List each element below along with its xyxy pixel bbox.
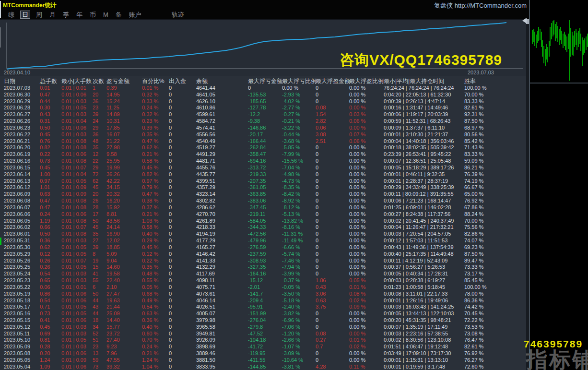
table-cell: 0.08 % (349, 291, 365, 298)
table-cell: 29 (93, 125, 98, 131)
table-cell: -6.96 % (282, 317, 300, 324)
table-row[interactable]: 2023.06.160.730.01 | 0.082225.950.58 %04… (0, 158, 526, 165)
table-cell: 36 (93, 98, 98, 105)
table-row[interactable]: 2023.05.080.200.01 | 0.06137.960.21 %038… (0, 350, 526, 357)
tab-bei[interactable]: 备 (114, 11, 123, 18)
table-row[interactable]: 2023.05.230.650.01 | 0.035522.400.55 %04… (0, 277, 526, 284)
table-cell: -141.7 (248, 291, 263, 298)
table-row[interactable]: 2023.06.200.820.01 | 0.083527.980.62 %04… (0, 144, 526, 151)
table-cell: 0.01 | 0.05 (61, 105, 86, 111)
table-cell: -5.74 % (282, 251, 300, 258)
chart-watermark: 咨询VX/QQ1746395789 (340, 50, 502, 70)
table-cell: 42.22 (106, 178, 120, 185)
table-row[interactable]: 2023.05.310.360.01 | 0.032712.020.29 %04… (0, 238, 526, 244)
table-row[interactable]: 2023.05.100.810.01 | 0.055127.400.70 %03… (0, 337, 526, 344)
table-row[interactable]: 2023.06.280.300.01 | 0.052311.250.24 %04… (0, 105, 526, 111)
window-edge-highlight (0, 1, 1, 18)
table-cell: 2023.05.12 (4, 324, 30, 331)
table-cell: 85.45 % (464, 277, 483, 284)
table-cell: -7.04 % (282, 165, 300, 171)
table-cell: 2023.05.22 (4, 284, 30, 291)
splitter-collapse-arrow[interactable] (522, 18, 527, 24)
table-cell: 0.01 | 0.09 (61, 191, 86, 198)
table-row[interactable]: 2023.06.090.630.01 | 0.092020.320.47 %04… (0, 191, 526, 198)
tab-ri[interactable]: 日 (20, 11, 30, 19)
tab-zong[interactable]: 综 (7, 11, 16, 18)
table-row[interactable]: 2023.06.300.470.01 | 0.062014.950.32 %04… (0, 92, 526, 98)
tab-bi[interactable]: 币 (88, 11, 97, 18)
table-row[interactable]: 2023.05.260.260.01 | 0.07199.040.22 %041… (0, 258, 526, 264)
table-row[interactable]: 2023.05.090.280.01 | 0.03239.230.24 %038… (0, 344, 526, 350)
table-cell: 35 (93, 144, 98, 151)
table-cell: -7.46 % (282, 258, 300, 264)
table-cell: -3.50 % (282, 291, 300, 298)
table-cell: 0.00 % (349, 204, 365, 211)
tab-yue[interactable]: 月 (48, 11, 57, 18)
table-cell: -15.56 % (282, 158, 303, 165)
table-cell: 0 (316, 258, 318, 264)
tab-m[interactable]: M (102, 11, 110, 18)
table-cell: 4218.33 (196, 224, 215, 231)
table-row[interactable]: 2023.05.160.730.01 | 0.054425.090.63 %04… (0, 310, 526, 317)
table-cell: 0.01 | 0.06 (61, 211, 86, 218)
tab-ji[interactable]: 季 (61, 11, 71, 18)
table-row[interactable]: 2023.06.051.190.01 | 0.085043.561.03 %04… (0, 218, 526, 225)
table-row[interactable]: 2023.06.150.450.01 | 0.072919.990.45 %04… (0, 165, 526, 171)
site-link[interactable]: 复盘侠 http://MTCommander.com (434, 1, 527, 10)
table-row[interactable]: 2023.05.190.860.01 | 0.065027.470.68 %04… (0, 291, 526, 298)
table-cell: 0.41 (40, 317, 50, 324)
table-row[interactable]: 2023.06.060.240.01 | 0.06178.810.21 %042… (0, 211, 526, 218)
table-row[interactable]: 2023.06.290.440.01 | 0.033615.240.33 %04… (0, 98, 526, 105)
table-row[interactable]: 2023.06.220.450.01 | 0.033616.070.35 %04… (0, 131, 526, 138)
table-row[interactable]: 2023.06.190.220.01 | 0.06129.580.21 %044… (0, 151, 526, 158)
table-row[interactable]: 2023.06.070.470.01 | 0.082815.920.37 %04… (0, 204, 526, 211)
table-cell: 0.58 % (142, 224, 158, 231)
table-row[interactable]: 2023.06.130.970.01 | 0.056242.220.97 %04… (0, 178, 526, 185)
table-cell: 4481.71 (196, 158, 215, 165)
selected-row-indicator (0, 238, 1, 245)
tab-guiji[interactable]: 轨迹 (170, 11, 186, 18)
table-row[interactable]: 2023.06.260.310.01 | 0.042410.310.23 %04… (0, 118, 526, 125)
table-row[interactable]: 2023.06.141.000.01 | 0.047236.260.82 %04… (0, 171, 526, 178)
table-row[interactable]: 2023.05.110.690.01 | 0.035223.720.60 %03… (0, 331, 526, 337)
table-cell: 2023.06.21 (4, 138, 30, 145)
table-row[interactable]: 2023.05.250.260.01 | 0.051514.600.35 %04… (0, 264, 526, 271)
table-row[interactable]: 2023.06.080.470.01 | 0.082616.200.38 %04… (0, 198, 526, 204)
table-row[interactable]: 2023.05.180.540.01 | 0.064419.630.49 %04… (0, 298, 526, 304)
table-cell: 66.67 % (464, 184, 483, 191)
table-cell: 7.96 (106, 350, 117, 357)
table-cell: 0:00:06 | 1:19:17 | 20:03:39 (384, 111, 448, 118)
table-row[interactable]: 2023.06.121.010.01 | 0.094534.150.79 %04… (0, 184, 526, 191)
app-title: MTCommander统计 (3, 1, 56, 10)
tab-nian[interactable]: 年 (75, 11, 84, 18)
table-cell: 0.47 (40, 204, 50, 211)
table-row[interactable]: 2023.06.010.500.01 | 0.083516.900.40 %04… (0, 231, 526, 238)
table-row[interactable]: 2023.05.120.450.01 | 0.033415.770.40 %03… (0, 324, 526, 331)
table-row[interactable]: 2023.06.230.500.01 | 0.062917.850.39 %04… (0, 125, 526, 131)
tab-zhou[interactable]: 周 (35, 11, 44, 18)
table-row[interactable]: 2023.05.041.090.01 | 0.067339.321.04 %03… (0, 364, 526, 370)
table-cell: 0:00:05 | 13:44:13 | 122:10:03 (384, 310, 454, 317)
table-cell: 0 (316, 357, 318, 364)
table-row[interactable]: 2023.06.210.760.01 | 0.084821.220.47 %04… (0, 138, 526, 145)
table-cell: 87.50 % (464, 118, 483, 125)
table-row[interactable]: 2023.05.150.410.01 | 0.061814.400.36 %03… (0, 317, 526, 324)
table-row[interactable]: 2023.07.030.010.01 | 0.0110.390.01 %0464… (0, 85, 526, 92)
table-row[interactable]: 2023.05.290.120.01 | 0.0585.090.12 %0414… (0, 251, 526, 258)
table-row[interactable]: 2023.05.300.620.01 | 0.053918.850.45 %04… (0, 244, 526, 251)
table-row[interactable]: 2023.06.020.660.01 | 0.074524.140.58 %04… (0, 224, 526, 231)
table-row[interactable]: 2023.05.051.240.01 | 0.095947.551.24 %03… (0, 357, 526, 364)
table-cell: 73.08 % (464, 331, 483, 337)
table-row[interactable]: 2023.05.170.710.01 | 0.054321.440.54 %04… (0, 304, 526, 310)
column-header: 胜率 (464, 77, 476, 85)
table-row[interactable]: 2023.05.240.540.01 | 0.034119.580.48 %04… (0, 271, 526, 277)
table-cell: 48 (93, 138, 98, 145)
tab-bar: 综日周月季年币M备账户轨迹 (0, 10, 529, 19)
table-row[interactable]: 2023.05.220.060.01 | 0.0162.100.05 %0407… (0, 284, 526, 291)
tab-zhanghu[interactable]: 账户 (128, 11, 143, 18)
table-cell: 0 (316, 92, 318, 98)
table-cell: 0.01 | 0.01 (61, 85, 86, 92)
table-row[interactable]: 2023.06.270.430.01 | 0.033914.890.32 %04… (0, 111, 526, 118)
table-cell: 0 (169, 244, 172, 251)
table-cell: 0.31 (40, 118, 50, 125)
